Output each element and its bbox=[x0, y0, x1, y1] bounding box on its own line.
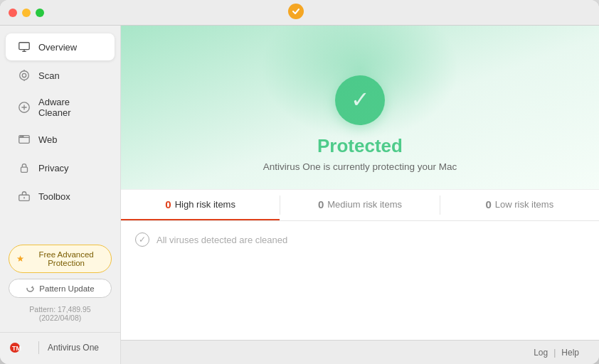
log-link[interactable]: Log bbox=[528, 348, 553, 358]
sidebar-item-overview[interactable]: Overview bbox=[6, 33, 115, 60]
check-circle: ✓ bbox=[335, 75, 385, 125]
privacy-icon bbox=[17, 161, 31, 175]
tabs-row: 0 High risk items 0 Medium risk items 0 … bbox=[121, 190, 599, 221]
low-risk-count: 0 bbox=[485, 198, 491, 210]
trend-micro-icon: TM bbox=[10, 340, 30, 355]
sidebar-item-adware-label: Adware Cleaner bbox=[38, 97, 103, 118]
svg-point-14 bbox=[22, 136, 23, 136]
titlebar bbox=[0, 0, 599, 26]
bottom-bar: Log | Help bbox=[121, 340, 599, 364]
pattern-update-button[interactable]: Pattern Update bbox=[9, 279, 112, 298]
svg-point-5 bbox=[22, 73, 26, 77]
clean-message: All viruses detected are cleaned bbox=[157, 235, 287, 245]
sidebar-item-toolbox[interactable]: Toolbox bbox=[6, 183, 115, 210]
refresh-icon bbox=[26, 284, 35, 293]
tab-content: ✓ All viruses detected are cleaned bbox=[121, 221, 599, 258]
svg-point-13 bbox=[21, 136, 21, 136]
sidebar-brand: TM Antivirus One bbox=[0, 332, 120, 364]
logo-icon bbox=[288, 4, 304, 19]
svg-text:TM: TM bbox=[12, 345, 21, 352]
content-area: ✓ Protected Antivirus One is currently p… bbox=[121, 26, 599, 364]
web-icon bbox=[17, 132, 31, 146]
sidebar-item-privacy-label: Privacy bbox=[38, 163, 69, 173]
titlebar-logo bbox=[288, 4, 304, 22]
minimize-button[interactable] bbox=[22, 9, 31, 17]
help-link[interactable]: Help bbox=[556, 348, 585, 358]
trend-micro-logo: TM bbox=[10, 340, 30, 355]
toolbox-icon bbox=[17, 189, 31, 203]
sidebar-item-web-label: Web bbox=[38, 134, 58, 145]
checkmark-icon: ✓ bbox=[351, 88, 370, 111]
main-layout: Overview Scan bbox=[0, 26, 599, 364]
svg-marker-18 bbox=[17, 255, 24, 262]
brand-name: Antivirus One bbox=[48, 343, 99, 353]
traffic-lights bbox=[9, 9, 44, 17]
sidebar-item-privacy[interactable]: Privacy bbox=[6, 154, 115, 181]
sidebar-item-scan-label: Scan bbox=[38, 70, 60, 81]
hero-subtitle: Antivirus One is currently protecting yo… bbox=[263, 161, 457, 172]
tab-medium-risk[interactable]: 0 Medium risk items bbox=[280, 190, 439, 220]
clean-check-icon: ✓ bbox=[135, 232, 149, 247]
sidebar-bottom: Free Advanced Protection Pattern Update … bbox=[0, 236, 120, 332]
shield-star-icon bbox=[16, 254, 24, 264]
scan-icon bbox=[17, 68, 31, 82]
close-button[interactable] bbox=[9, 9, 17, 17]
sidebar-item-adware[interactable]: Adware Cleaner bbox=[6, 90, 115, 124]
tab-low-risk[interactable]: 0 Low risk items bbox=[440, 190, 599, 220]
maximize-button[interactable] bbox=[36, 9, 44, 17]
medium-risk-label: Medium risk items bbox=[327, 199, 402, 210]
app-window: Overview Scan bbox=[0, 0, 599, 364]
protected-status: Protected bbox=[317, 135, 403, 157]
sidebar: Overview Scan bbox=[0, 26, 121, 364]
medium-risk-count: 0 bbox=[318, 198, 324, 210]
high-risk-label: High risk items bbox=[175, 199, 235, 210]
monitor-icon bbox=[17, 40, 31, 54]
svg-rect-1 bbox=[19, 43, 29, 50]
svg-rect-15 bbox=[21, 167, 28, 172]
high-risk-count: 0 bbox=[165, 198, 171, 210]
hero-section: ✓ Protected Antivirus One is currently p… bbox=[121, 26, 599, 189]
sidebar-item-overview-label: Overview bbox=[38, 42, 77, 53]
sidebar-item-scan[interactable]: Scan bbox=[6, 62, 115, 89]
tabs-area: 0 High risk items 0 Medium risk items 0 … bbox=[121, 189, 599, 340]
free-advanced-protection-button[interactable]: Free Advanced Protection bbox=[9, 245, 112, 273]
adware-icon bbox=[17, 100, 31, 114]
low-risk-label: Low risk items bbox=[495, 199, 553, 210]
svg-point-4 bbox=[20, 71, 29, 80]
brand-divider bbox=[38, 341, 39, 354]
svg-point-0 bbox=[288, 4, 304, 19]
pattern-info: Pattern: 17,489.95 (2022/04/08) bbox=[9, 305, 112, 322]
tab-high-risk[interactable]: 0 High risk items bbox=[121, 190, 280, 220]
sidebar-item-web[interactable]: Web bbox=[6, 126, 115, 153]
sidebar-item-toolbox-label: Toolbox bbox=[38, 191, 70, 202]
